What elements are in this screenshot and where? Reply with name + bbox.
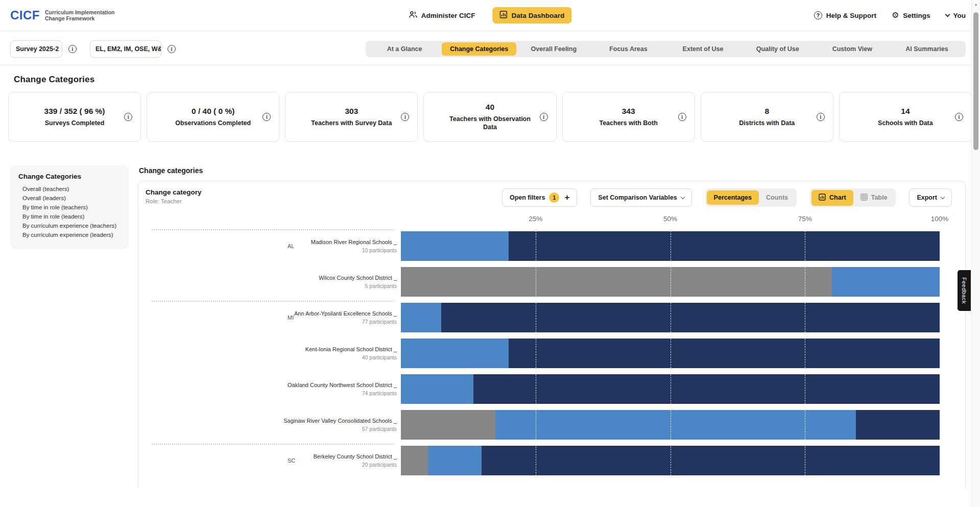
state-label: AL <box>288 243 294 249</box>
stat-card: 8Districts with Datai <box>701 92 833 142</box>
curricula-select[interactable]: EL, EM2, IM, OSE, W&W <box>90 40 161 58</box>
sidebar-item-by-time-in-role-leaders[interactable]: By time in role (leaders) <box>18 212 121 221</box>
percentages-toggle[interactable]: Percentages <box>707 190 759 205</box>
tab-change-categories[interactable]: Change Categories <box>442 42 516 56</box>
row-label-column: SCBerkeley County School District _20 pa… <box>146 443 401 478</box>
tab-custom-view[interactable]: Custom View <box>815 42 890 56</box>
sidebar-item-overall-leaders[interactable]: Overall (leaders) <box>18 194 121 203</box>
top-header: CICF Curriculum ImplementationChange Fra… <box>0 0 980 31</box>
bar-segment-lightblue[interactable] <box>401 339 509 368</box>
tab-extent-of-use[interactable]: Extent of Use <box>666 42 740 56</box>
chart-icon <box>500 11 508 20</box>
stat-label: Surveys Completed <box>45 119 105 127</box>
chart-view-toggle[interactable]: Chart <box>811 190 853 206</box>
stat-value: 8 <box>764 107 769 116</box>
info-icon[interactable]: i <box>262 113 271 121</box>
info-icon[interactable]: i <box>678 113 686 121</box>
stat-card: 14Schools with Datai <box>839 92 972 142</box>
stacked-bar[interactable] <box>401 303 940 332</box>
bar-segment-lightblue[interactable] <box>832 267 940 297</box>
bar-segment-gray[interactable] <box>401 446 428 475</box>
info-icon[interactable]: i <box>955 113 963 121</box>
tab-quality-of-use[interactable]: Quality of Use <box>740 42 815 56</box>
stat-card: 343Teachers with Bothi <box>562 92 695 142</box>
stacked-bar[interactable] <box>401 231 940 261</box>
survey-select[interactable]: Survey 2025-2 <box>10 40 62 58</box>
tab-ai-summaries[interactable]: AI Summaries <box>890 42 964 56</box>
bar-segment-lightblue[interactable] <box>428 446 482 475</box>
open-filters-button[interactable]: Open filters 1 + <box>502 188 577 207</box>
chart-row-berkeley-county-school-district: SCBerkeley County School District _20 pa… <box>146 443 965 478</box>
dashboard-tabbar: At a GlanceChange CategoriesOverall Feel… <box>366 41 966 57</box>
export-button[interactable]: Export <box>909 188 952 207</box>
chart-row-kent-ionia-regional-school-district: Kent-Ionia Regional School District _40 … <box>146 335 965 371</box>
sidebar-item-overall-teachers[interactable]: Overall (teachers) <box>18 184 121 194</box>
stat-card: 0 / 40 ( 0 %)Observations Completedi <box>147 92 279 142</box>
stat-label: Districts with Data <box>739 119 795 127</box>
tab-at-a-glance[interactable]: At a Glance <box>367 42 442 56</box>
scrollbar-thumb[interactable] <box>973 12 978 150</box>
stat-card: 303Teachers with Survey Datai <box>285 92 418 142</box>
survey-info-icon[interactable]: i <box>68 45 77 53</box>
bar-segment-gray[interactable] <box>401 267 832 297</box>
stacked-bar[interactable] <box>401 374 940 404</box>
stacked-bar-chart: 25%50%75%100% ALMadison River Regional S… <box>146 215 965 478</box>
info-icon[interactable]: i <box>540 113 548 121</box>
bar-segment-navy[interactable] <box>509 339 940 368</box>
curricula-info-icon[interactable]: i <box>168 45 176 53</box>
info-icon[interactable]: i <box>124 113 132 121</box>
info-icon[interactable]: i <box>401 113 409 121</box>
bar-segment-navy[interactable] <box>482 446 940 475</box>
bar-segment-gray[interactable] <box>401 410 495 440</box>
stat-value: 339 / 352 ( 96 %) <box>44 107 105 116</box>
help-icon: ? <box>814 11 822 19</box>
row-label-column: ALMadison River Regional Schools _10 par… <box>146 228 401 264</box>
tab-overall-feeling[interactable]: Overall Feeling <box>516 42 591 56</box>
chart-x-axis: 25%50%75%100% <box>401 215 940 228</box>
stacked-bar[interactable] <box>401 339 940 368</box>
tab-focus-areas[interactable]: Focus Areas <box>591 42 665 56</box>
district-name: Kent-Ionia Regional School District _ <box>305 346 397 352</box>
sidebar-item-by-curriculum-experience-teachers[interactable]: By curriculum experience (teachers) <box>18 221 121 230</box>
scroll-up-icon[interactable]: ▲ <box>972 0 980 6</box>
filter-count-badge: 1 <box>549 192 559 203</box>
bar-segment-navy[interactable] <box>473 374 940 404</box>
row-label-column: Oakland County Northwest School District… <box>146 371 401 407</box>
feedback-tab[interactable]: Feedback <box>958 270 971 311</box>
participants-count: 10 participants <box>311 247 397 253</box>
chart-row-ann-arbor-ypsilanti-excellence-schools: MIAnn Arbor-Ypsilanti Excellence Schools… <box>146 300 965 335</box>
bar-segment-navy[interactable] <box>509 231 940 261</box>
stacked-bar[interactable] <box>401 410 940 440</box>
stacked-bar[interactable] <box>401 446 940 475</box>
set-comparison-button[interactable]: Set Comparison Variables <box>590 188 691 207</box>
participants-count: 74 participants <box>288 390 397 396</box>
nav-data-dashboard[interactable]: Data Dashboard <box>493 7 572 23</box>
stat-label: Teachers with Both <box>599 119 657 127</box>
stacked-bar[interactable] <box>401 267 940 297</box>
chart-row-madison-river-regional-schools: ALMadison River Regional Schools _10 par… <box>146 228 965 264</box>
bar-segment-lightblue[interactable] <box>401 374 473 404</box>
table-icon <box>861 194 868 202</box>
counts-toggle[interactable]: Counts <box>759 190 795 205</box>
bar-segment-navy[interactable] <box>856 410 940 440</box>
info-icon[interactable]: i <box>817 113 825 121</box>
settings-link[interactable]: ⚙ Settings <box>892 11 930 19</box>
chart-row-oakland-county-northwest-school-district: Oakland County Northwest School District… <box>146 371 965 407</box>
nav-administer-cicf[interactable]: Administer CICF <box>409 11 475 20</box>
stat-card: 339 / 352 ( 96 %)Surveys Completedi <box>8 92 141 142</box>
people-icon <box>409 11 417 20</box>
filter-row: Survey 2025-2 i EL, EM2, IM, OSE, W&W i … <box>0 31 980 65</box>
bar-segment-lightblue[interactable] <box>401 303 441 332</box>
sidebar-item-by-curriculum-experience-leaders[interactable]: By curriculum experience (leaders) <box>18 230 121 239</box>
help-support-link[interactable]: ? Help & Support <box>814 11 876 19</box>
page-scrollbar[interactable]: ▲ <box>971 0 980 507</box>
bar-segment-navy[interactable] <box>441 303 940 332</box>
participants-count: 40 participants <box>305 354 397 360</box>
user-menu[interactable]: You <box>946 12 966 19</box>
brand[interactable]: CICF Curriculum ImplementationChange Fra… <box>10 8 115 22</box>
bar-segment-lightblue[interactable] <box>495 410 856 440</box>
sidebar-item-by-time-in-role-teachers[interactable]: By time in role (teachers) <box>18 203 121 212</box>
table-view-toggle[interactable]: Table <box>853 190 895 206</box>
bar-segment-lightblue[interactable] <box>401 231 509 261</box>
add-filter-icon[interactable]: + <box>564 192 569 203</box>
